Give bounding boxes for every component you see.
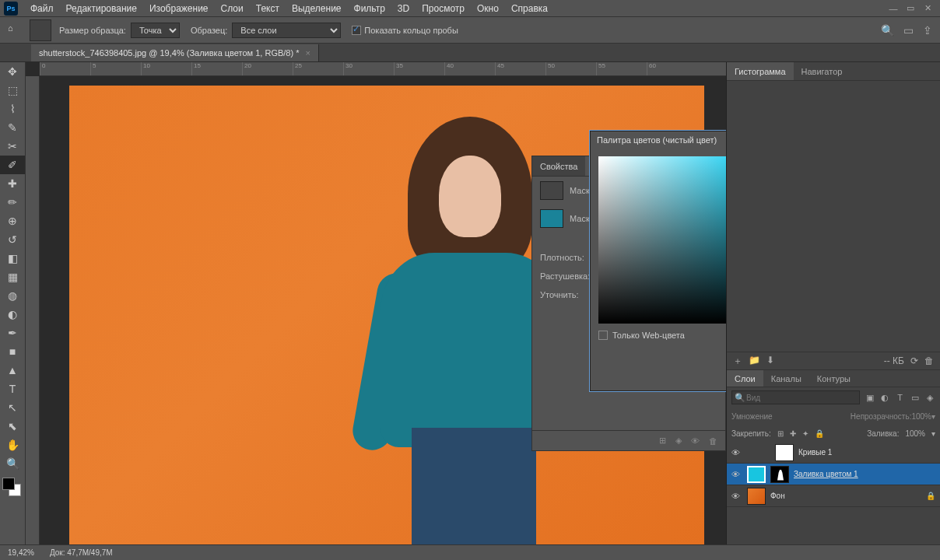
layer-visibility-icon[interactable]: 👁	[731, 470, 742, 479]
right-panel-group: Гистограмма Навигатор ＋ 📁 ⬇ -- КБ ⟳ 🗑 Сл…	[726, 62, 940, 560]
eyedropper-tool-icon[interactable]	[30, 19, 51, 41]
pen-tool[interactable]: ✒	[0, 324, 25, 342]
show-ring-label: Показать кольцо пробы	[364, 26, 458, 35]
refresh-icon[interactable]: ⟳	[910, 355, 918, 366]
saturation-brightness-field[interactable]	[598, 156, 726, 324]
zoom-level[interactable]: 19,42%	[8, 548, 34, 557]
sample-size-select[interactable]: Точка	[131, 23, 180, 38]
healing-tool[interactable]: ✚	[0, 174, 25, 193]
menu-3d[interactable]: 3D	[391, 3, 416, 14]
window-maximize-icon[interactable]: ▭	[902, 2, 919, 15]
layer-color-fill[interactable]: 👁 Заливка цветом 1	[727, 464, 940, 485]
ruler-vertical	[26, 76, 40, 560]
menu-edit[interactable]: Редактирование	[60, 3, 143, 14]
layer-name[interactable]: Фон	[770, 492, 785, 500]
home-icon[interactable]: ⌂	[8, 23, 22, 37]
layer-filter-input[interactable]	[731, 390, 860, 404]
menu-filter[interactable]: Фильтр	[348, 3, 391, 14]
new-group-icon[interactable]: ＋	[733, 355, 742, 368]
sample-layers-select[interactable]: Все слои	[232, 23, 341, 38]
lock-position-icon[interactable]: ✚	[790, 429, 796, 438]
document-tab-close-icon[interactable]: ×	[305, 48, 310, 58]
dodge-tool[interactable]: ◐	[0, 305, 25, 324]
layer-visibility-icon[interactable]: 👁	[731, 492, 742, 501]
tab-properties[interactable]: Свойства	[532, 156, 585, 176]
menu-layer[interactable]: Слои	[215, 3, 250, 14]
foreground-color-swatch[interactable]	[2, 478, 15, 490]
filter-image-icon[interactable]: ▣	[865, 393, 875, 403]
layer-background[interactable]: 👁 Фон 🔒	[727, 485, 940, 507]
menu-file[interactable]: Файл	[24, 3, 60, 14]
history-brush-tool[interactable]: ↺	[0, 230, 25, 249]
document-tab[interactable]: shutterstock_746398405.jpg @ 19,4% (Зали…	[31, 44, 319, 61]
marquee-tool[interactable]: ⬚	[0, 81, 25, 100]
sample-size-label: Размер образца:	[59, 26, 126, 35]
align-icon[interactable]: ⊞	[659, 436, 666, 446]
layer-name[interactable]: Заливка цветом 1	[794, 470, 858, 478]
lock-all-icon[interactable]: 🔒	[815, 429, 824, 438]
layer-name[interactable]: Кривые 1	[798, 448, 832, 457]
layer-lock-icon[interactable]: 🔒	[926, 492, 935, 500]
menu-text[interactable]: Текст	[250, 3, 286, 14]
status-bar: 19,42% Док: 47,7M/49,7M	[0, 544, 940, 560]
zoom-tool[interactable]: 🔍	[0, 454, 25, 473]
trash-icon[interactable]: 🗑	[709, 436, 717, 446]
filter-type-icon[interactable]: T	[895, 393, 905, 402]
eraser-tool[interactable]: ◧	[0, 249, 25, 268]
path-select-tool[interactable]: ↖	[0, 398, 25, 417]
lasso-tool[interactable]: ⌇	[0, 100, 25, 118]
quick-select-tool[interactable]: ✎	[0, 118, 25, 137]
menu-select[interactable]: Выделение	[286, 3, 348, 14]
triangle-tool[interactable]: ▲	[0, 361, 25, 380]
menu-window[interactable]: Окно	[471, 3, 505, 14]
color-swatches[interactable]	[0, 476, 25, 499]
fill-swatch[interactable]	[540, 209, 563, 228]
brush-tool[interactable]: ✏	[0, 193, 25, 212]
menubar: Ps Файл Редактирование Изображение Слои …	[0, 0, 940, 17]
layer-visibility-icon[interactable]: 👁	[731, 448, 742, 457]
opacity-value[interactable]: 100%	[911, 412, 931, 421]
eye-icon[interactable]: 👁	[691, 436, 700, 446]
tab-channels[interactable]: Каналы	[763, 370, 809, 387]
filter-smart-icon[interactable]: ◈	[925, 393, 935, 403]
tab-paths[interactable]: Контуры	[809, 370, 858, 387]
sample-layers-label: Образец:	[191, 26, 227, 35]
search-icon[interactable]: 🔍	[881, 24, 894, 37]
web-only-checkbox[interactable]	[598, 331, 608, 340]
type-tool[interactable]: T	[0, 380, 25, 398]
workspace-icon[interactable]: ▭	[903, 24, 914, 37]
save-icon[interactable]: ⬇	[766, 355, 774, 368]
direct-select-tool[interactable]: ⬉	[0, 417, 25, 436]
lock-pixels-icon[interactable]: ⊞	[777, 429, 784, 438]
gradient-tool[interactable]: ▦	[0, 268, 25, 286]
filter-adjust-icon[interactable]: ◐	[879, 393, 889, 403]
menu-view[interactable]: Просмотр	[416, 3, 471, 14]
move-tool[interactable]: ✥	[0, 62, 25, 81]
color-picker-dialog: Палитра цветов (чистый цвет) ✕ новый тек…	[590, 131, 726, 391]
folder-icon[interactable]: 📁	[749, 355, 760, 368]
layer-curves[interactable]: 👁 Кривые 1	[727, 442, 940, 464]
show-ring-checkbox[interactable]	[352, 26, 361, 35]
share-icon[interactable]: ⇪	[923, 24, 932, 37]
menu-help[interactable]: Справка	[505, 3, 554, 14]
link-mask-icon[interactable]: ◈	[675, 436, 682, 446]
options-bar: ⌂ Размер образца: Точка Образец: Все сло…	[0, 17, 940, 44]
rectangle-tool[interactable]: ■	[0, 342, 25, 361]
tab-layers[interactable]: Слои	[727, 370, 763, 387]
eyedropper-tool[interactable]: ✐	[0, 156, 25, 174]
fill-value[interactable]: 100%	[905, 429, 925, 438]
blur-tool[interactable]: ◍	[0, 286, 25, 305]
menu-image[interactable]: Изображение	[143, 3, 215, 14]
window-minimize-icon[interactable]: —	[885, 2, 902, 15]
crop-tool[interactable]: ✂	[0, 137, 25, 156]
window-close-icon[interactable]: ✕	[919, 2, 936, 15]
stamp-tool[interactable]: ⊕	[0, 212, 25, 230]
tab-navigator[interactable]: Навигатор	[794, 62, 851, 80]
file-size-label: -- КБ	[884, 355, 904, 366]
hand-tool[interactable]: ✋	[0, 436, 25, 454]
doc-size: Док: 47,7M/49,7M	[50, 548, 113, 557]
trash-icon[interactable]: 🗑	[924, 355, 934, 366]
lock-image-icon[interactable]: ✦	[802, 429, 808, 438]
filter-shape-icon[interactable]: ▭	[910, 393, 920, 403]
tab-histogram[interactable]: Гистограмма	[727, 62, 794, 80]
